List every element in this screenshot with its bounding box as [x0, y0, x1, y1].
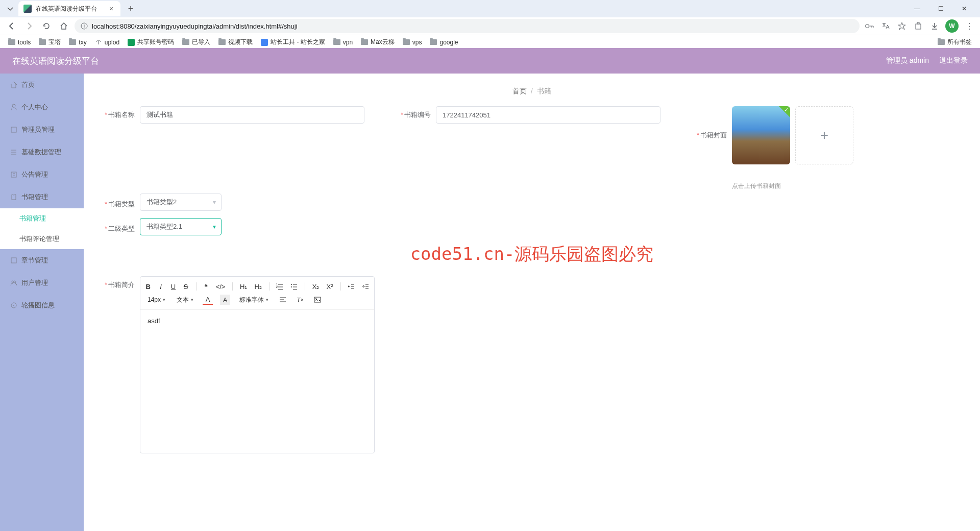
bookmark-google[interactable]: google	[427, 37, 461, 47]
folder-icon	[361, 39, 368, 45]
site-icon	[261, 39, 268, 46]
indent-button[interactable]	[362, 281, 369, 292]
bookmark-vpn[interactable]: vpn	[330, 37, 356, 47]
strike-button[interactable]: S	[183, 281, 189, 292]
menu-button[interactable]: ⋮	[964, 20, 975, 32]
svg-point-5	[12, 104, 15, 107]
breadcrumb-home[interactable]: 首页	[512, 87, 527, 95]
maximize-button[interactable]: ☐	[929, 1, 952, 16]
home-button[interactable]	[57, 19, 70, 33]
back-button[interactable]	[5, 19, 18, 33]
bookmark-txy[interactable]: txy	[66, 37, 89, 47]
cover-thumbnail[interactable]: ✓	[732, 106, 790, 164]
font-size-select[interactable]: 14px▾	[145, 296, 167, 303]
new-tab-button[interactable]: +	[124, 2, 138, 16]
profile-avatar[interactable]: W	[945, 19, 959, 33]
bookmark-imported[interactable]: 已导入	[179, 36, 213, 48]
all-bookmarks[interactable]: 所有书签	[935, 36, 975, 48]
bookmark-bar: tools 宝塔 txy uplod 共享账号密码 已导入 视频下载 站长工具 …	[0, 35, 980, 49]
svg-text:2: 2	[276, 285, 278, 288]
svg-rect-8	[11, 258, 16, 263]
app-header: 在线英语阅读分级平台 管理员 admin 退出登录	[0, 48, 980, 74]
chapter-icon	[10, 257, 17, 264]
translate-icon[interactable]	[880, 20, 891, 32]
tab-favicon	[23, 5, 32, 13]
minimize-button[interactable]: —	[905, 1, 929, 16]
upload-add-button[interactable]: +	[795, 106, 853, 164]
reload-button[interactable]	[40, 19, 53, 33]
content-area: 首页 / 书籍 *书籍名称 *书籍编号 *书籍封面 ✓	[84, 74, 980, 531]
notice-icon	[10, 171, 17, 178]
book-subtype-select[interactable]: 书籍类型2.1▾	[140, 218, 222, 235]
subscript-button[interactable]: X₂	[312, 281, 320, 292]
bookmark-tools[interactable]: tools	[5, 37, 34, 47]
bookmark-webmaster[interactable]: 站长工具 - 站长之家	[258, 36, 328, 48]
superscript-button[interactable]: X²	[327, 281, 333, 292]
align-button[interactable]	[278, 295, 288, 305]
sidebar-item-chapters[interactable]: 章节管理	[0, 249, 84, 272]
sidebar-item-basedata[interactable]: 基础数据管理	[0, 141, 84, 163]
bookmark-uplod[interactable]: uplod	[92, 37, 122, 47]
text-color-button[interactable]: A	[203, 295, 213, 305]
row-book-name: *书籍名称	[94, 106, 370, 182]
sidebar-item-admin[interactable]: 管理员管理	[0, 118, 84, 141]
bold-button[interactable]: B	[145, 281, 151, 292]
image-button[interactable]	[312, 295, 323, 305]
bookmark-baota[interactable]: 宝塔	[36, 36, 64, 48]
sidebar-item-profile[interactable]: 个人中心	[0, 96, 84, 118]
outdent-button[interactable]	[348, 281, 355, 292]
bullet-list-button[interactable]	[290, 281, 298, 292]
close-window-button[interactable]: ✕	[952, 1, 976, 16]
row-types: *书籍类型 书籍类型2▾ *二级类型 书籍类型2.1▾	[94, 194, 370, 235]
code-button[interactable]: </>	[216, 281, 226, 292]
bookmark-vps[interactable]: vps	[400, 37, 425, 47]
download-icon[interactable]	[929, 20, 940, 32]
user-icon	[10, 104, 17, 111]
editor-content[interactable]: asdf	[140, 310, 374, 453]
h1-button[interactable]: H₁	[240, 281, 247, 292]
tab-close-button[interactable]: ×	[107, 5, 115, 13]
logout-link[interactable]: 退出登录	[939, 56, 968, 65]
book-name-input[interactable]	[140, 106, 364, 124]
text-style-select[interactable]: 文本▾	[175, 296, 195, 304]
tab-search-button[interactable]	[4, 3, 16, 15]
watermark-text: code51.cn-源码乐园盗图必究	[94, 243, 970, 266]
user-info[interactable]: 管理员 admin	[886, 56, 929, 65]
window-controls: — ☐ ✕	[905, 1, 976, 16]
font-family-select[interactable]: 标准字体▾	[237, 296, 271, 304]
underline-button[interactable]: U	[170, 281, 176, 292]
chevron-down-icon: ▾	[213, 223, 216, 230]
italic-button[interactable]: I	[158, 281, 164, 292]
app-title: 在线英语阅读分级平台	[12, 55, 99, 67]
svg-rect-17	[314, 297, 321, 302]
bookmark-video[interactable]: 视频下载	[215, 36, 256, 48]
clear-format-button[interactable]: T×	[295, 295, 305, 305]
sidebar-item-users[interactable]: 用户管理	[0, 272, 84, 294]
sidebar-subitem-book-comments[interactable]: 书籍评论管理	[0, 229, 84, 249]
book-type-select[interactable]: 书籍类型2▾	[140, 194, 222, 211]
browser-tab[interactable]: 在线英语阅读分级平台 ×	[18, 1, 120, 16]
breadcrumb-sep: /	[531, 87, 533, 95]
forward-button[interactable]	[22, 19, 36, 33]
sidebar-subitem-book-manage[interactable]: 书籍管理	[0, 208, 84, 229]
h2-button[interactable]: H₂	[254, 281, 261, 292]
password-icon[interactable]	[864, 20, 875, 32]
url-input[interactable]: i localhost:8080/zaixianyingyuyuedupingt…	[75, 19, 860, 33]
book-no-input[interactable]	[436, 106, 660, 124]
svg-rect-7	[11, 172, 16, 177]
sidebar-item-books[interactable]: 书籍管理	[0, 186, 84, 208]
quote-button[interactable]: ❝	[203, 281, 209, 292]
sidebar-item-carousel[interactable]: 轮播图信息	[0, 294, 84, 317]
bookmark-max[interactable]: Max云梯	[358, 36, 398, 48]
extensions-icon[interactable]	[913, 20, 924, 32]
bg-color-button[interactable]: A	[220, 295, 230, 305]
svg-point-10	[14, 281, 16, 283]
rich-editor: B I U S ❝ </> H₁ H₂ 1	[140, 276, 375, 453]
folder-icon	[938, 39, 945, 45]
bookmark-share-pwd[interactable]: 共享账号密码	[125, 36, 177, 48]
ordered-list-button[interactable]: 12	[276, 281, 283, 292]
breadcrumb: 首页 / 书籍	[94, 82, 970, 106]
sidebar-item-notice[interactable]: 公告管理	[0, 163, 84, 186]
bookmark-star-icon[interactable]	[896, 20, 908, 32]
sidebar-item-home[interactable]: 首页	[0, 74, 84, 96]
